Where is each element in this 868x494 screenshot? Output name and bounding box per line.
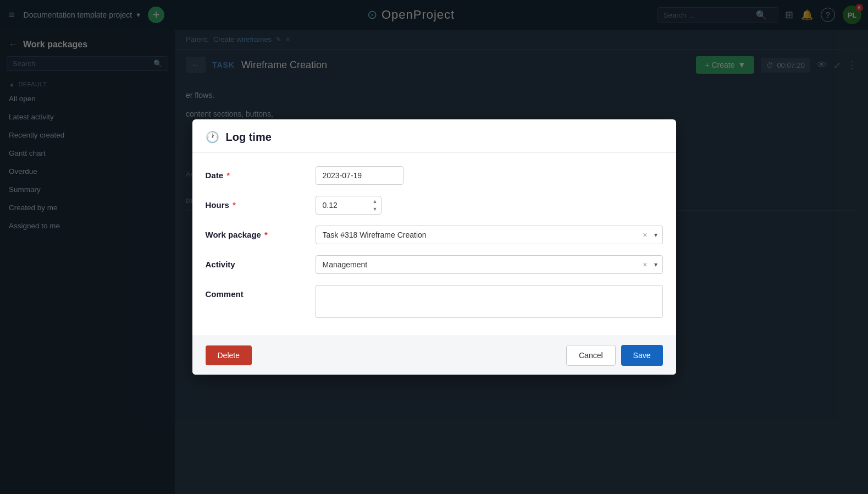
activity-clear-icon[interactable]: × (643, 260, 647, 269)
hours-required-indicator: * (230, 200, 236, 210)
activity-input[interactable] (316, 255, 663, 274)
hours-control: ▲ ▼ (316, 196, 663, 215)
work-package-clear-icon[interactable]: × (643, 230, 647, 239)
hours-decrement-button[interactable]: ▼ (371, 206, 379, 213)
log-time-modal: 🕐 Log time Date * Hours * (192, 119, 676, 375)
modal-header: 🕐 Log time (192, 119, 676, 153)
cancel-button[interactable]: Cancel (566, 345, 616, 366)
hours-spinner-wrap: ▲ ▼ (316, 196, 382, 215)
hours-label: Hours * (206, 196, 316, 210)
footer-actions: Cancel Save (566, 345, 663, 366)
hours-row: Hours * ▲ ▼ (206, 196, 663, 215)
work-package-select-wrap: × ▾ (316, 226, 663, 244)
comment-control (316, 285, 663, 320)
work-package-label: Work package * (206, 226, 316, 239)
modal-overlay[interactable]: 🕐 Log time Date * Hours * (0, 0, 868, 494)
modal-title: Log time (226, 131, 272, 144)
date-label: Date * (206, 166, 316, 180)
delete-button[interactable]: Delete (206, 345, 252, 365)
comment-label: Comment (206, 285, 316, 299)
date-control (316, 166, 663, 185)
hours-spinner: ▲ ▼ (371, 198, 379, 213)
date-required-indicator: * (224, 171, 230, 180)
modal-body: Date * Hours * ▲ ▼ (192, 153, 676, 336)
activity-control: × ▾ (316, 255, 663, 274)
comment-textarea[interactable] (316, 285, 663, 318)
work-package-control: × ▾ (316, 226, 663, 244)
save-button[interactable]: Save (621, 345, 663, 366)
hours-increment-button[interactable]: ▲ (371, 198, 379, 205)
work-package-input[interactable] (316, 226, 663, 244)
work-package-required-indicator: * (262, 230, 268, 239)
comment-row: Comment (206, 285, 663, 320)
clock-icon: 🕐 (206, 130, 219, 144)
date-row: Date * (206, 166, 663, 185)
activity-select-wrap: × ▾ (316, 255, 663, 274)
work-package-row: Work package * × ▾ (206, 226, 663, 244)
activity-row: Activity × ▾ (206, 255, 663, 274)
activity-label: Activity (206, 255, 316, 269)
modal-footer: Delete Cancel Save (192, 336, 676, 375)
date-input[interactable] (316, 166, 403, 185)
